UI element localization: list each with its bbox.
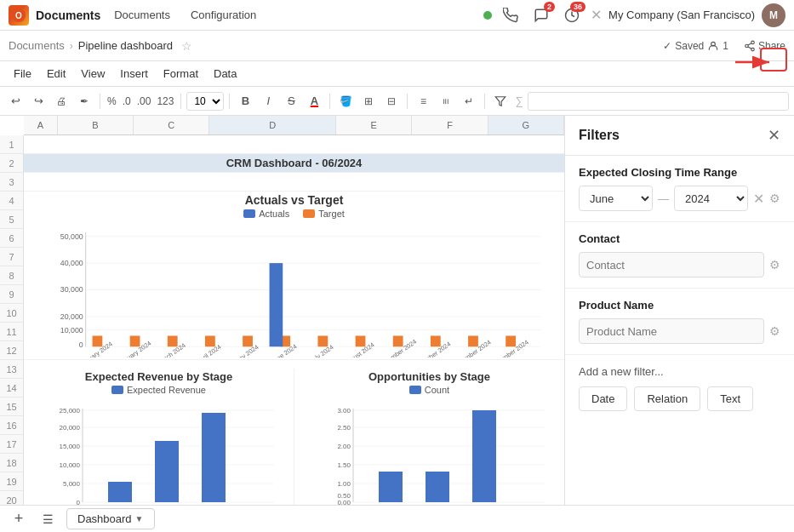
breadcrumb-current: Pipeline dashboard [78, 39, 173, 52]
nav-documents[interactable]: Documents [107, 9, 177, 21]
dashboard-tab[interactable]: Dashboard ▼ [66, 508, 155, 529]
filter-contact-input[interactable] [579, 252, 764, 277]
row-3 [24, 173, 564, 192]
rev-legend-color [111, 386, 123, 394]
fill-color-button[interactable]: 🪣 [335, 91, 356, 112]
paint-button[interactable]: ✒ [74, 91, 94, 112]
chart3: Opportunities by Stage Count 3.00 2.50 2… [294, 369, 564, 505]
strikethrough-button[interactable]: S [281, 91, 301, 112]
filters-close-button[interactable]: ✕ [768, 126, 780, 145]
nav-configuration[interactable]: Configuration [184, 9, 263, 21]
filter-product-gear-button[interactable]: ⚙ [769, 324, 780, 338]
svg-rect-34 [269, 263, 283, 346]
count-legend-label: Count [425, 385, 449, 395]
svg-line-8 [748, 43, 751, 44]
filter-time-clear-button[interactable]: ✕ [753, 191, 764, 207]
menu-insert[interactable]: Insert [113, 66, 155, 82]
undo-button[interactable]: ↩ [5, 91, 26, 112]
filters-title: Filters [579, 128, 620, 143]
app-logo: O [9, 5, 29, 26]
chat-icon-btn[interactable]: 2 [529, 3, 553, 27]
row-num-1: 1 [0, 135, 23, 154]
status-dot [483, 11, 492, 20]
col-g[interactable]: G [488, 116, 564, 134]
menu-format[interactable]: Format [157, 66, 205, 82]
chat-badge: 2 [544, 2, 555, 12]
print-button[interactable]: 🖨 [51, 91, 71, 112]
menu-file[interactable]: File [7, 66, 38, 82]
filter-time-gear-button[interactable]: ⚙ [769, 192, 780, 205]
filter-button[interactable] [490, 91, 511, 112]
italic-button[interactable]: I [258, 91, 278, 112]
wrap-button[interactable]: ↵ [459, 91, 479, 112]
svg-text:O: O [15, 11, 22, 20]
font-size-select[interactable]: 10 12 14 [186, 92, 224, 111]
row-num-3: 3 [0, 173, 23, 192]
svg-text:10,000: 10,000 [60, 326, 83, 335]
svg-rect-33 [506, 335, 516, 346]
saved-label: ✓ Saved 1 [663, 40, 728, 52]
row-num-6: 6 [0, 229, 23, 248]
filter-year-select[interactable]: 2024 [674, 186, 748, 211]
company-name: My Company (San Francisco) [608, 9, 755, 21]
svg-text:20,000: 20,000 [60, 312, 83, 321]
filter-month-select[interactable]: June [579, 186, 653, 211]
col-a[interactable]: A [24, 116, 58, 134]
valign-button[interactable]: ≡ [436, 91, 456, 112]
filter-product-input[interactable] [579, 318, 764, 344]
svg-rect-62 [202, 413, 226, 502]
redo-button[interactable]: ↪ [28, 91, 49, 112]
font-color-button[interactable]: A [304, 91, 324, 112]
formula-bar[interactable] [528, 92, 789, 111]
filters-panel: Filters ✕ Expected Closing Time Range Ju… [564, 116, 794, 505]
row-num-13: 13 [0, 360, 23, 379]
chart2-title: Expected Revenue by Stage [85, 370, 232, 383]
row-num-8: 8 [0, 266, 23, 285]
svg-rect-82 [426, 472, 449, 502]
svg-text:0: 0 [76, 499, 80, 505]
row-num-16: 16 [0, 416, 23, 435]
row-num-2: 2 [0, 154, 23, 173]
borders-button[interactable]: ⊞ [358, 91, 379, 112]
menu-data[interactable]: Data [207, 66, 243, 82]
svg-text:0.00: 0.00 [337, 499, 351, 505]
svg-rect-26 [243, 335, 253, 346]
menu-edit[interactable]: Edit [40, 66, 72, 82]
row-num-14: 14 [0, 379, 23, 398]
svg-text:5,000: 5,000 [62, 480, 80, 488]
breadcrumb-parent[interactable]: Documents [9, 39, 65, 52]
svg-rect-30 [392, 335, 403, 346]
filter-relation-button[interactable]: Relation [634, 386, 700, 411]
row-num-11: 11 [0, 323, 23, 341]
favorite-icon[interactable]: ☆ [181, 39, 192, 53]
col-d[interactable]: D [209, 116, 336, 134]
add-sheet-button[interactable]: + [9, 509, 29, 529]
sheet-area: A B C D E F G 12345678910111213141516171… [0, 116, 564, 505]
col-e[interactable]: E [336, 116, 412, 134]
filter-text-button[interactable]: Text [707, 386, 753, 411]
col-f[interactable]: F [412, 116, 488, 134]
formula-equals: ∑ [513, 94, 524, 107]
bold-button[interactable]: B [235, 91, 255, 112]
svg-text:20,000: 20,000 [59, 424, 80, 432]
svg-rect-32 [468, 335, 478, 346]
filter-date-button[interactable]: Date [579, 386, 627, 411]
share-button[interactable]: Share [744, 40, 785, 52]
actuals-legend-label: Actuals [259, 209, 289, 219]
svg-text:3.00: 3.00 [337, 407, 351, 415]
activity-icon-btn[interactable]: 36 [560, 3, 584, 27]
filter-contact-gear-button[interactable]: ⚙ [769, 258, 780, 272]
svg-text:50,000: 50,000 [60, 232, 83, 241]
toolbar: ↩ ↪ 🖨 ✒ % .0 .00 123 10 12 14 B I S A 🪣 … [0, 87, 794, 116]
svg-rect-28 [317, 335, 328, 346]
merge-button[interactable]: ⊟ [381, 91, 402, 112]
col-c[interactable]: C [134, 116, 209, 134]
sheet-body: 1234567891011121314151617181920212223242… [0, 135, 564, 505]
menu-view[interactable]: View [74, 66, 111, 82]
phone-icon-btn[interactable] [499, 3, 523, 27]
app-title[interactable]: Documents [36, 9, 100, 22]
avatar[interactable]: M [762, 3, 785, 27]
sheet-list-button[interactable]: ☰ [37, 509, 58, 529]
halign-button[interactable]: ≡ [413, 91, 433, 112]
col-b[interactable]: B [58, 116, 134, 134]
